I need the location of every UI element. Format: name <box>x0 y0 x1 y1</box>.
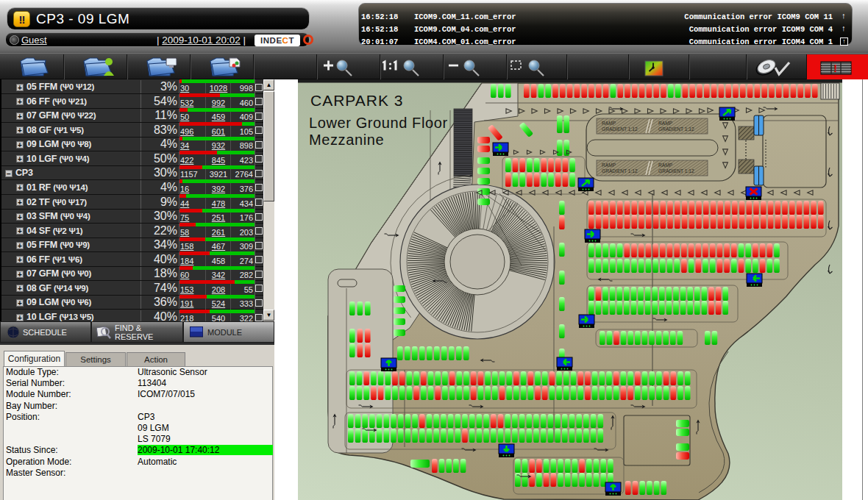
svg-text:RAMP: RAMP <box>658 121 673 126</box>
svg-text:Lower Ground Floor: Lower Ground Floor <box>309 115 448 131</box>
svg-text:RAMP: RAMP <box>602 121 616 126</box>
svg-text:GRADIENT 1:12: GRADIENT 1:12 <box>658 126 694 132</box>
svg-text:RAMP: RAMP <box>658 162 673 168</box>
svg-text:RAMP: RAMP <box>602 162 616 168</box>
svg-text:GRADIENT 1:12: GRADIENT 1:12 <box>602 126 638 132</box>
svg-text:Mezzanine: Mezzanine <box>309 132 384 148</box>
svg-text:GRADIENT 1:12: GRADIENT 1:12 <box>658 168 694 174</box>
svg-text:GRADIENT 1:12: GRADIENT 1:12 <box>602 168 638 174</box>
svg-text:!: ! <box>833 62 837 74</box>
svg-text:CARPARK 3: CARPARK 3 <box>310 92 403 109</box>
